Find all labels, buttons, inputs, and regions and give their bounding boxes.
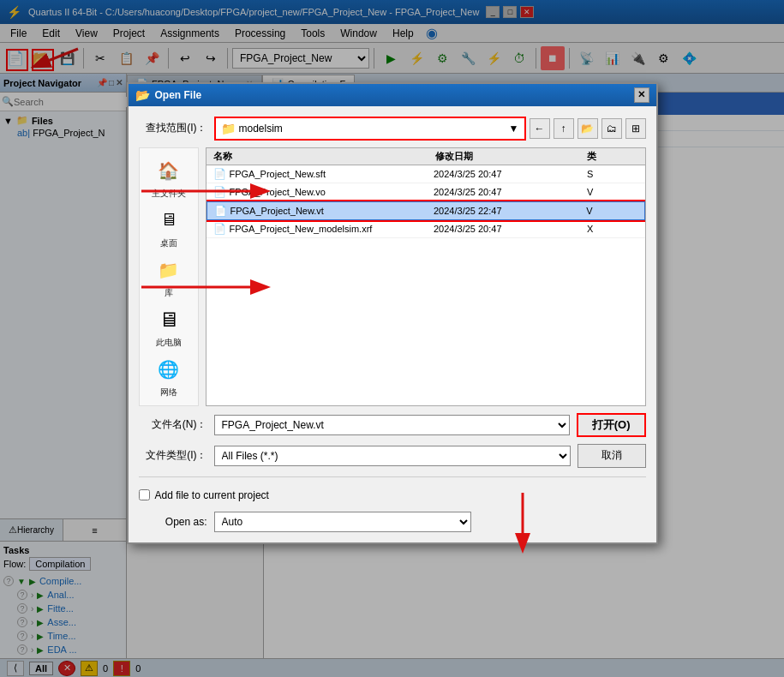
filetype-dropdown[interactable]: All Files (*.*): [214, 446, 571, 466]
col-spacer: [416, 150, 436, 163]
home-label: 主文件夹: [152, 188, 186, 200]
col-date: 修改日期: [435, 150, 587, 163]
modal-folder-icon: 📂: [135, 88, 150, 102]
network-icon: 🌐: [153, 354, 184, 385]
file-icon-xrf: 📄: [213, 223, 226, 235]
cancel-btn[interactable]: 取消: [578, 444, 646, 468]
add-to-project-row: Add file to current project: [139, 486, 646, 505]
nav-forward-btn[interactable]: ↑: [554, 118, 574, 139]
open-as-row: Open as: Auto: [139, 512, 646, 532]
add-to-project-checkbox[interactable]: [139, 489, 150, 500]
modal-overlay: 📂 Open File ✕ 查找范围(I)： 📁 modelsim: [0, 0, 784, 677]
file-row-vo[interactable]: 📄 FPGA_Project_New.vo 2024/3/25 20:47 V: [206, 183, 645, 201]
col-type: 类: [587, 150, 637, 163]
view-toggle-btn[interactable]: ⊞: [625, 118, 646, 139]
file-icon-sft: 📄: [213, 168, 226, 180]
filename-dropdown[interactable]: FPGA_Project_New.vt: [214, 415, 570, 435]
sidebar-desktop[interactable]: 🖥 桌面: [143, 205, 195, 249]
file-list-area: 名称 修改日期 类 📄 FPGA_Project_New.sft 2024/3/…: [206, 147, 646, 406]
computer-label: 此电脑: [156, 337, 182, 349]
filetype-row: 文件类型(I)： All Files (*.*) 取消: [139, 444, 646, 468]
home-icon: 🏠: [153, 155, 184, 186]
location-wrapper: 📁 modelsim ▼ ← ↑ 📂 🗂 ⊞: [214, 117, 646, 141]
folder-yellow-icon: 📁: [221, 122, 236, 135]
dropdown-arrow-icon: ▼: [509, 123, 519, 135]
file-icon-vt: 📄: [214, 205, 227, 217]
location-value: modelsim: [239, 123, 283, 135]
desktop-icon: 🖥: [153, 205, 184, 236]
modal-close-btn[interactable]: ✕: [634, 87, 649, 103]
modal-divider: [139, 476, 646, 477]
filetype-label: 文件类型(I)：: [139, 448, 207, 463]
add-to-project-label: Add file to current project: [155, 489, 269, 501]
sidebar-library[interactable]: 📁 库: [143, 255, 195, 299]
nav-back-btn[interactable]: ←: [530, 118, 550, 139]
open-as-label: Open as:: [139, 516, 207, 528]
location-row: 查找范围(I)： 📁 modelsim ▼ ← ↑: [139, 117, 646, 141]
filename-row: 文件名(N)： FPGA_Project_New.vt 打开(O): [139, 413, 646, 437]
file-browse-area: 🏠 主文件夹 🖥 桌面 📁 库 🖥 此电: [139, 147, 646, 406]
open-file-dialog: 📂 Open File ✕ 查找范围(I)： 📁 modelsim: [127, 82, 658, 544]
filename-label: 文件名(N)：: [139, 417, 207, 432]
file-row-sft[interactable]: 📄 FPGA_Project_New.sft 2024/3/25 20:47 S: [206, 165, 645, 183]
open-btn[interactable]: 打开(O): [577, 413, 646, 437]
library-label: 库: [165, 287, 173, 299]
modal-body: 查找范围(I)： 📁 modelsim ▼ ← ↑: [129, 106, 656, 542]
col-name: 名称: [213, 150, 416, 163]
open-as-dropdown[interactable]: Auto: [214, 512, 471, 532]
file-row-vt[interactable]: 📄 FPGA_Project_New.vt 2024/3/25 22:47 V: [206, 201, 645, 220]
computer-icon: 🖥: [153, 304, 184, 335]
network-label: 网络: [160, 386, 177, 398]
location-dropdown[interactable]: 📁 modelsim ▼: [214, 117, 526, 141]
location-sidebar: 🏠 主文件夹 🖥 桌面 📁 库 🖥 此电: [139, 147, 199, 406]
desktop-label: 桌面: [160, 237, 177, 249]
file-icon-vo: 📄: [213, 186, 226, 198]
sidebar-network[interactable]: 🌐 网络: [143, 354, 195, 398]
library-icon: 📁: [153, 255, 184, 285]
modal-title: Open File: [155, 89, 202, 101]
modal-titlebar: 📂 Open File ✕: [129, 84, 656, 106]
nav-up-btn[interactable]: 📂: [578, 118, 598, 139]
file-list-header: 名称 修改日期 类: [206, 148, 645, 165]
location-label: 查找范围(I)：: [139, 121, 207, 135]
new-folder-btn[interactable]: 🗂: [601, 118, 622, 139]
file-row-xrf[interactable]: 📄 FPGA_Project_New_modelsim.xrf 2024/3/2…: [206, 220, 645, 238]
sidebar-home[interactable]: 🏠 主文件夹: [143, 155, 195, 200]
sidebar-computer[interactable]: 🖥 此电脑: [143, 304, 195, 349]
